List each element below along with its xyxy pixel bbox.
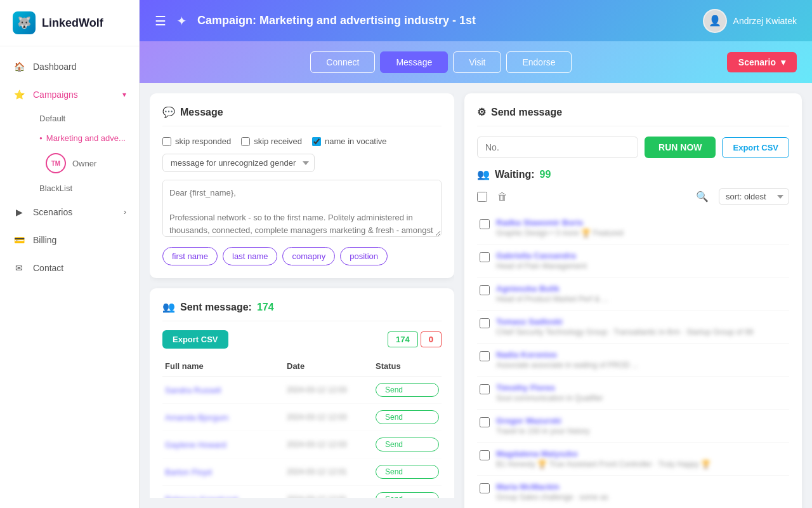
campaigns-icon: ⭐	[13, 88, 25, 101]
row-status: Send	[376, 465, 439, 479]
sparkle-icon[interactable]: ✦	[176, 13, 187, 29]
skip-received-label[interactable]: skip received	[241, 137, 302, 146]
row-date: 2024-03-12 12:01	[287, 495, 376, 498]
export-csv-right-button[interactable]: Export CSV	[722, 137, 789, 158]
item-sub: Head of Product Market Perf & ...	[496, 295, 787, 304]
item-content: Maria McMackin Group Sales challenge · s…	[496, 482, 787, 502]
sidebar-item-label-campaigns: Campaigns	[33, 90, 78, 100]
list-item: Gregor Mazurski Travel to 150 in your hi…	[477, 410, 789, 443]
item-checkbox[interactable]	[480, 219, 490, 229]
tag-first-name-button[interactable]: first name	[162, 247, 218, 265]
main-content: ☰ ✦ Campaign: Marketing and advertising …	[140, 0, 812, 508]
endorse-button[interactable]: Endorse	[506, 51, 571, 73]
sidebar-nav: 🏠 Dashboard ⭐ Campaigns ▾ Default Market…	[0, 46, 139, 508]
select-all-checkbox[interactable]	[477, 192, 487, 202]
owner-label: Owner	[72, 159, 96, 168]
row-name: Sandra Russell	[165, 385, 287, 395]
table-row: Amanda Bjorgum 2024-03-12 12:03 Send	[162, 404, 442, 431]
run-now-button[interactable]: RUN NOW	[645, 137, 716, 158]
connect-button[interactable]: Connect	[310, 51, 375, 73]
sidebar-item-default[interactable]: Default	[33, 109, 139, 128]
campaigns-chevron-icon: ▾	[122, 90, 126, 99]
sidebar-item-label-dashboard: Dashboard	[33, 62, 77, 72]
item-name: Maria McMackin	[496, 482, 787, 491]
scenarios-chevron-icon: ›	[124, 208, 126, 217]
list-item: Tomasz Sadloski Chief Security Technolog…	[477, 311, 789, 344]
item-checkbox[interactable]	[480, 483, 490, 493]
user-info: 👤 Andrzej Kwiatek	[703, 9, 797, 33]
message-textarea[interactable]	[162, 180, 442, 237]
skip-responded-label[interactable]: skip responded	[162, 137, 231, 146]
item-content: Nadia Koronios Associate associate in wa…	[496, 350, 787, 370]
sent-title-icon: 👥	[162, 301, 175, 313]
count-red-badge: 0	[421, 331, 442, 347]
scenarios-icon: ▶	[13, 206, 25, 218]
billing-icon: 💳	[13, 234, 25, 246]
item-content: Radka Slawomir Boris Graphic Design • 3 …	[496, 218, 787, 237]
row-date: 2024-03-12 12:03	[287, 440, 376, 449]
tag-last-name-button[interactable]: last name	[223, 247, 277, 265]
no-input[interactable]	[477, 137, 638, 158]
sidebar-item-campaigns[interactable]: ⭐ Campaigns ▾	[0, 81, 139, 109]
sent-title: 👥 Sent message: 174	[162, 301, 274, 313]
item-content: Timothy Flores Soul communication in Qua…	[496, 383, 787, 403]
list-item: Radka Slawomir Boris Graphic Design • 3 …	[477, 211, 789, 244]
gender-select[interactable]: message for unrecognized gender male fem…	[162, 154, 315, 172]
count-green-badge: 174	[388, 331, 418, 347]
action-buttons-group: Connect Message Visit Endorse	[155, 51, 727, 73]
item-checkbox[interactable]	[480, 318, 490, 328]
visit-button[interactable]: Visit	[453, 51, 501, 73]
sidebar-item-scenarios[interactable]: ▶ Scenarios ›	[0, 198, 139, 226]
item-name: Tomasz Sadloski	[496, 317, 787, 326]
name-in-vocative-label[interactable]: name in vocative	[312, 137, 387, 146]
sidebar-item-billing[interactable]: 💳 Billing	[0, 226, 139, 254]
row-name: Rebecca Kowalczyk	[165, 495, 287, 498]
page-title: Campaign: Marketing and advertising indu…	[197, 14, 703, 27]
send-message-title-text: Send message	[491, 107, 562, 118]
tag-company-button[interactable]: comapny	[282, 247, 335, 265]
skip-received-text: skip received	[254, 137, 302, 146]
name-in-vocative-text: name in vocative	[325, 137, 387, 146]
item-sub: Head of Pain Management	[496, 262, 787, 271]
skip-responded-checkbox[interactable]	[162, 137, 171, 146]
item-checkbox[interactable]	[480, 252, 490, 262]
tag-position-button[interactable]: position	[340, 247, 388, 265]
item-sub: Chief Security Technology Group · Transa…	[496, 328, 787, 337]
item-content: Agnieszka Bulik Head of Product Market P…	[496, 284, 787, 304]
item-sub: B1 Honesty 🏆 True Assistant Front Contro…	[496, 460, 787, 469]
sidebar-item-marketing[interactable]: Marketing and adve...	[33, 128, 139, 148]
sidebar-item-owner[interactable]: TM Owner	[33, 148, 139, 178]
owner-badge: TM	[46, 153, 66, 173]
scenario-chevron-icon: ▾	[781, 57, 785, 67]
scenario-button[interactable]: Scenario ▾	[727, 52, 797, 72]
item-checkbox[interactable]	[480, 384, 490, 394]
default-label: Default	[39, 114, 65, 123]
sidebar-item-blacklist[interactable]: BlackList	[33, 178, 139, 198]
item-checkbox[interactable]	[480, 285, 490, 295]
item-checkbox[interactable]	[480, 417, 490, 427]
message-button[interactable]: Message	[380, 51, 448, 73]
app-name: LinkedWolf	[42, 17, 103, 30]
item-checkbox[interactable]	[480, 351, 490, 361]
sidebar-item-dashboard[interactable]: 🏠 Dashboard	[0, 53, 139, 81]
search-button[interactable]: 🔍	[691, 188, 714, 205]
item-name: Magdalena Malyszko	[496, 449, 787, 458]
run-row: RUN NOW Export CSV	[477, 137, 789, 158]
menu-icon[interactable]: ☰	[155, 13, 166, 29]
waiting-count: 99	[540, 169, 551, 180]
export-csv-button[interactable]: Export CSV	[162, 330, 228, 349]
item-content: Tomasz Sadloski Chief Security Technolog…	[496, 317, 787, 337]
sidebar-item-contact[interactable]: ✉ Contact	[0, 254, 139, 282]
item-checkbox[interactable]	[480, 450, 490, 460]
sort-select[interactable]: sort: oldest sort: newest	[719, 188, 789, 205]
send-message-panel-header: ⚙ Send message	[477, 106, 789, 126]
table-row: Rebecca Kowalczyk 2024-03-12 12:01 Send	[162, 486, 442, 498]
skip-received-checkbox[interactable]	[241, 137, 250, 146]
list-item: Maria McMackin Group Sales challenge · s…	[477, 476, 789, 508]
delete-button[interactable]: 🗑	[492, 189, 513, 205]
row-date: 2024-03-12 12:03	[287, 385, 376, 394]
name-in-vocative-checkbox[interactable]	[312, 137, 321, 146]
row-date: 2024-03-12 12:01	[287, 467, 376, 476]
item-name: Gregor Mazurski	[496, 416, 787, 425]
sent-message-header: 👥 Sent message: 174	[162, 301, 442, 321]
